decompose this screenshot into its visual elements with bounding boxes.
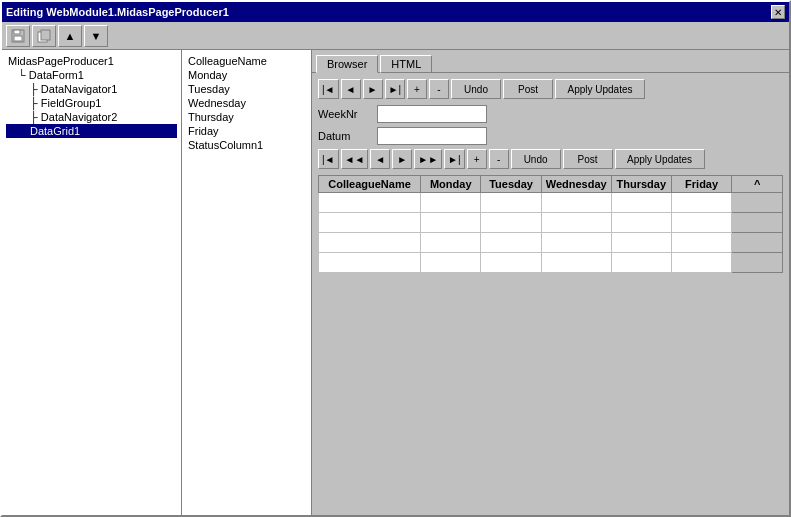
row-indicator-4 — [732, 253, 783, 273]
copy-icon[interactable] — [32, 25, 56, 47]
last-button[interactable]: ►| — [385, 79, 406, 99]
undo-button[interactable]: Undo — [451, 79, 501, 99]
column-item-status: StatusColumn1 — [186, 138, 307, 152]
delete-button[interactable]: - — [429, 79, 449, 99]
first-button[interactable]: |◄ — [318, 79, 339, 99]
editor-area: Browser HTML |◄ ◄ ► ►| + - Undo Post App… — [312, 50, 789, 515]
datum-row: Datum — [318, 127, 783, 145]
tab-bar: Browser HTML — [312, 50, 789, 73]
insert2-button[interactable]: + — [467, 149, 487, 169]
cell-thursday-2[interactable] — [611, 213, 671, 233]
tree-item-datanavigator1[interactable]: ├ DataNavigator1 — [6, 82, 177, 96]
cell-wednesday-3[interactable] — [541, 233, 611, 253]
nextnext2-button[interactable]: ►► — [414, 149, 442, 169]
cell-colleague-4[interactable] — [319, 253, 421, 273]
cell-colleague-2[interactable] — [319, 213, 421, 233]
cell-friday-2[interactable] — [671, 213, 731, 233]
prev-button[interactable]: ◄ — [341, 79, 361, 99]
delete2-button[interactable]: - — [489, 149, 509, 169]
tree-item-datagrid1[interactable]: DataGrid1 — [6, 124, 177, 138]
up-icon[interactable]: ▲ — [58, 25, 82, 47]
cell-thursday-4[interactable] — [611, 253, 671, 273]
column-item-colleague: ColleagueName — [186, 54, 307, 68]
column-item-tuesday: Tuesday — [186, 82, 307, 96]
cell-friday-3[interactable] — [671, 233, 731, 253]
weeknr-input[interactable] — [377, 105, 487, 123]
column-item-monday: Monday — [186, 68, 307, 82]
weeknr-row: WeekNr — [318, 105, 783, 123]
apply-updates2-button[interactable]: Apply Updates — [615, 149, 705, 169]
datum-input[interactable] — [377, 127, 487, 145]
prevprev2-button[interactable]: ◄◄ — [341, 149, 369, 169]
datum-label: Datum — [318, 130, 373, 142]
navigator1: |◄ ◄ ► ►| + - Undo Post Apply Updates — [318, 79, 783, 99]
undo2-button[interactable]: Undo — [511, 149, 561, 169]
cell-colleague-3[interactable] — [319, 233, 421, 253]
post-button[interactable]: Post — [503, 79, 553, 99]
tab-browser[interactable]: Browser — [316, 55, 378, 73]
post2-button[interactable]: Post — [563, 149, 613, 169]
prev2-button[interactable]: ◄ — [370, 149, 390, 169]
table-row — [319, 193, 783, 213]
cell-colleague-1[interactable] — [319, 193, 421, 213]
col-header-wednesday: Wednesday — [541, 176, 611, 193]
data-grid: ColleagueName Monday Tuesday Wednesday T… — [318, 175, 783, 273]
cell-tuesday-4[interactable] — [481, 253, 541, 273]
cell-monday-3[interactable] — [421, 233, 481, 253]
close-button[interactable]: ✕ — [771, 5, 785, 19]
main-content: MidasPageProducer1 └ DataForm1 ├ DataNav… — [2, 50, 789, 515]
tree-item-midaspage[interactable]: MidasPageProducer1 — [6, 54, 177, 68]
tree-item-datanavigator2[interactable]: ├ DataNavigator2 — [6, 110, 177, 124]
cell-tuesday-1[interactable] — [481, 193, 541, 213]
col-header-tuesday: Tuesday — [481, 176, 541, 193]
last2-button[interactable]: ►| — [444, 149, 465, 169]
main-window: Editing WebModule1.MidasPageProducer1 ✕ … — [0, 0, 791, 517]
tree-item-fieldgroup1[interactable]: ├ FieldGroup1 — [6, 96, 177, 110]
title-bar: Editing WebModule1.MidasPageProducer1 ✕ — [2, 2, 789, 22]
col-header-thursday: Thursday — [611, 176, 671, 193]
table-row — [319, 233, 783, 253]
cell-wednesday-2[interactable] — [541, 213, 611, 233]
column-item-thursday: Thursday — [186, 110, 307, 124]
save-icon[interactable] — [6, 25, 30, 47]
next2-button[interactable]: ► — [392, 149, 412, 169]
cell-wednesday-4[interactable] — [541, 253, 611, 273]
apply-updates-button[interactable]: Apply Updates — [555, 79, 645, 99]
cell-friday-4[interactable] — [671, 253, 731, 273]
navigator2: |◄ ◄◄ ◄ ► ►► ►| + - Undo Post Apply Upda… — [318, 149, 783, 169]
first2-button[interactable]: |◄ — [318, 149, 339, 169]
window-title: Editing WebModule1.MidasPageProducer1 — [6, 6, 229, 18]
col-header-monday: Monday — [421, 176, 481, 193]
svg-rect-1 — [14, 30, 20, 34]
tree-panel: MidasPageProducer1 └ DataForm1 ├ DataNav… — [2, 50, 182, 515]
tree-item-dataform[interactable]: └ DataForm1 — [6, 68, 177, 82]
row-indicator-1 — [732, 193, 783, 213]
cell-tuesday-2[interactable] — [481, 213, 541, 233]
column-panel: ColleagueName Monday Tuesday Wednesday T… — [182, 50, 312, 515]
col-header-colleague: ColleagueName — [319, 176, 421, 193]
row-indicator-2 — [732, 213, 783, 233]
cell-tuesday-3[interactable] — [481, 233, 541, 253]
next-button[interactable]: ► — [363, 79, 383, 99]
cell-monday-2[interactable] — [421, 213, 481, 233]
insert-button[interactable]: + — [407, 79, 427, 99]
svg-rect-4 — [41, 30, 50, 40]
cell-monday-4[interactable] — [421, 253, 481, 273]
column-item-friday: Friday — [186, 124, 307, 138]
browser-content: |◄ ◄ ► ►| + - Undo Post Apply Updates We… — [312, 73, 789, 279]
table-row — [319, 213, 783, 233]
cell-thursday-3[interactable] — [611, 233, 671, 253]
cell-thursday-1[interactable] — [611, 193, 671, 213]
grid-wrapper: ColleagueName Monday Tuesday Wednesday T… — [318, 175, 783, 273]
column-item-wednesday: Wednesday — [186, 96, 307, 110]
cell-friday-1[interactable] — [671, 193, 731, 213]
cell-wednesday-1[interactable] — [541, 193, 611, 213]
col-header-indicator: ^ — [732, 176, 783, 193]
tab-html[interactable]: HTML — [380, 55, 432, 73]
toolbar: ▲ ▼ — [2, 22, 789, 50]
cell-monday-1[interactable] — [421, 193, 481, 213]
table-row — [319, 253, 783, 273]
down-icon[interactable]: ▼ — [84, 25, 108, 47]
weeknr-label: WeekNr — [318, 108, 373, 120]
row-indicator-3 — [732, 233, 783, 253]
